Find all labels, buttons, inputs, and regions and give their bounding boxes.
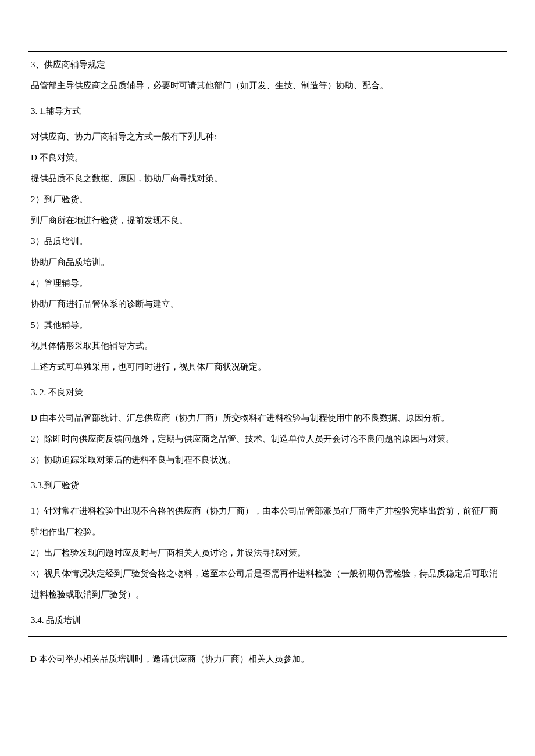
section-3-2-item-3: 3）协助追踪采取对策后的进料不良与制程不良状况。 [31, 449, 504, 470]
item-d-heading: D 不良对策。 [31, 147, 504, 168]
item-3-body: 协助厂商品质培训。 [31, 252, 504, 273]
spacer [31, 496, 504, 500]
item-5-heading: 5）其他辅导。 [31, 314, 504, 335]
section-3-heading: 3、供应商辅导规定 [31, 54, 504, 75]
document-border: 3、供应商辅导规定 品管部主导供应商之品质辅导，必要时可请其他部门（如开发、生技… [28, 51, 507, 637]
item-2-heading: 2）到厂验货。 [31, 189, 504, 210]
section-3-3-item-3: 3）视具体情况决定经到厂验货合格之物料，送至本公司后是否需再作进料检验（一般初期… [31, 563, 504, 605]
item-4-body: 协助厂商进行品管体系的诊断与建立。 [31, 293, 504, 314]
item-4-heading: 4）管理辅导。 [31, 273, 504, 293]
section-3-1-heading: 3. 1.辅导方式 [31, 101, 504, 121]
section-3-3-heading: 3.3.到厂验货 [31, 475, 504, 496]
item-d-body: 提供品质不良之数据、原因，协助厂商寻找对策。 [31, 168, 504, 189]
section-3-2-item-2: 2）除即时向供应商反馈问题外，定期与供应商之品管、技术、制造单位人员开会讨论不良… [31, 428, 504, 449]
section-3-4-heading: 3.4. 品质培训 [31, 610, 504, 630]
spacer [31, 121, 504, 126]
item-3-heading: 3）品质培训。 [31, 231, 504, 252]
section-3-2-heading: 3. 2. 不良对策 [31, 382, 504, 403]
section-3-intro: 品管部主导供应商之品质辅导，必要时可请其他部门（如开发、生技、制造等）协助、配合… [31, 75, 504, 96]
section-3-4-item-d: D 本公司举办相关品质培训时，邀请供应商（协力厂商）相关人员参加。 [28, 648, 507, 669]
section-3-3-item-1: 1）针对常在进料检验中出现不合格的供应商（协力厂商），由本公司品管部派员在厂商生… [31, 500, 504, 542]
section-3-1-intro: 对供应商、协力厂商辅导之方式一般有下列儿种: [31, 126, 504, 147]
spacer [31, 403, 504, 407]
section-3-3-item-2: 2）出厂检验发现问题时应及时与厂商相关人员讨论，并设法寻找对策。 [31, 542, 504, 563]
section-3-1-summary: 上述方式可单独采用，也可同时进行，视具体厂商状况确定。 [31, 356, 504, 377]
section-3-2-item-d: D 由本公司品管部统计、汇总供应商（协力厂商）所交物料在进料检验与制程使用中的不… [31, 407, 504, 428]
item-5-body: 视具体情形采取其他辅导方式。 [31, 335, 504, 356]
item-2-body: 到厂商所在地进行验货，提前发现不良。 [31, 210, 504, 231]
